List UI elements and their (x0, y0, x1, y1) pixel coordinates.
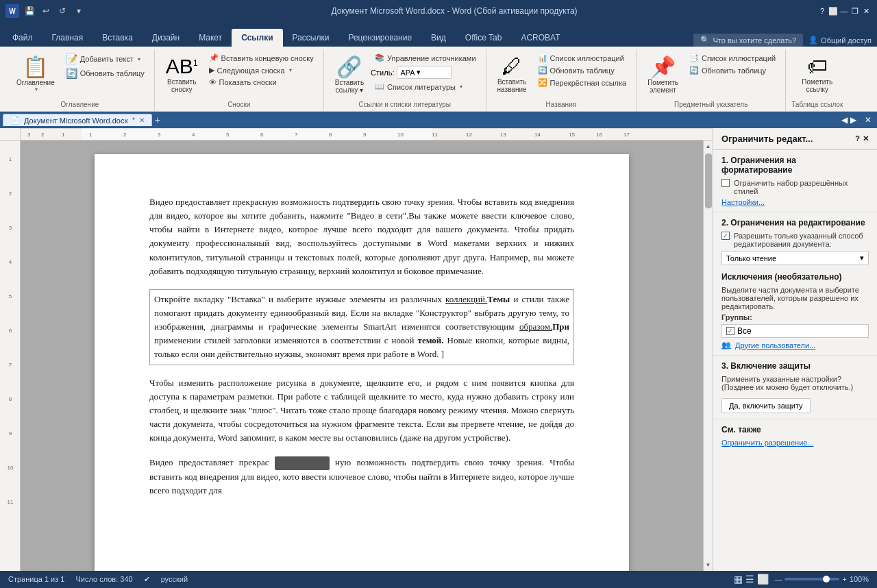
bibliography-icon: 📖 (375, 82, 384, 91)
tab-review[interactable]: Рецензирование (338, 29, 421, 47)
close-tab-button[interactable]: ✕ (139, 117, 145, 124)
svg-text:10: 10 (397, 132, 404, 138)
add-text-button[interactable]: 📝 Добавить текст ▾ (62, 52, 149, 66)
tab-design[interactable]: Дизайн (143, 29, 189, 47)
add-text-icon: 📝 (66, 53, 77, 64)
redo-button[interactable]: ↺ (55, 4, 70, 18)
editing-checkbox-label: Разрешить только указанный способ редакт… (734, 232, 869, 248)
update-index-button[interactable]: 🔄 Обновить таблицу (685, 64, 780, 76)
update-fig-table-button[interactable]: 🔄 Обновить таблицу (534, 64, 631, 76)
zoom-out-button[interactable]: — (774, 575, 782, 583)
language: русский (161, 575, 188, 583)
panel-help-button[interactable]: ? (855, 134, 860, 143)
list-illust-button[interactable]: 📊 Список иллюстраций (534, 52, 631, 64)
zoom-slider[interactable] (785, 578, 839, 580)
close-doc-button[interactable]: ✕ (865, 115, 872, 125)
web-view-button[interactable]: ☰ (745, 574, 754, 585)
style-dropdown[interactable]: APA ▾ (397, 66, 452, 79)
update-table-button[interactable]: 🔄 Обновить таблицу (62, 66, 149, 80)
customize-qat-button[interactable]: ▾ (71, 4, 86, 18)
tab-acrobat[interactable]: ACROBAT (511, 29, 569, 47)
ribbon-display-button[interactable]: ⬜ (828, 5, 839, 16)
svg-text:9: 9 (9, 430, 12, 437)
print-view-button[interactable]: ▦ (734, 574, 743, 585)
ribbon-group-toc: 📋 Оглавление ▾ 📝 Добавить текст ▾ 🔄 Обно… (5, 49, 155, 111)
groups-input-row: Все (721, 324, 869, 338)
search-box[interactable]: 🔍 Что вы хотите сделать? (693, 34, 803, 47)
settings-link[interactable]: Настройки... (721, 198, 869, 206)
tab-office-tab[interactable]: Office Tab (456, 29, 512, 47)
formatting-restrictions-section: 1. Ограничения на форматирование Огранич… (713, 150, 877, 212)
mark-entry-big-button[interactable]: 📌 Пометитьэлемент (642, 52, 684, 97)
next-footnote-button[interactable]: ▶ Следующая сноска ▾ (205, 64, 318, 76)
tab-layout[interactable]: Макет (189, 29, 232, 47)
tab-mailings[interactable]: Рассылки (283, 29, 339, 47)
svg-text:2: 2 (123, 132, 127, 138)
section3-title: 3. Включение защиты (721, 361, 869, 371)
ribbon: Файл Главная Вставка Дизайн Макет Ссылки… (0, 22, 877, 112)
page-area[interactable]: Видео предоставляет прекрасную возможнос… (21, 140, 703, 571)
help-button[interactable]: ? (817, 5, 828, 16)
share-button[interactable]: 👤 Общий доступ (808, 36, 872, 45)
scroll-up-button[interactable]: ▲ (706, 143, 711, 149)
save-button[interactable]: 💾 (22, 4, 37, 18)
restore-button[interactable]: ❐ (850, 5, 861, 16)
paragraph-4: Видео предоставляет прекрас ную возможно… (149, 456, 574, 498)
tab-view[interactable]: Вид (421, 29, 456, 47)
svg-text:6: 6 (260, 132, 264, 138)
insert-endnote-button[interactable]: 📌 Вставить концевую сноску (205, 52, 318, 64)
editing-checkbox[interactable] (721, 232, 730, 240)
close-button[interactable]: ✕ (861, 5, 872, 16)
all-checkbox[interactable] (726, 327, 734, 335)
tab-insert[interactable]: Вставка (92, 29, 143, 47)
formatting-checkbox[interactable] (721, 179, 730, 187)
insert-caption-big-button[interactable]: 🖊 Вставитьназвание (492, 52, 532, 96)
minimize-button[interactable]: — (839, 5, 850, 16)
insert-footnote-big-button[interactable]: AB1 Вставитьсноску (160, 52, 203, 96)
document-tab[interactable]: 📄 Документ Microsoft Word.docx * ✕ (3, 114, 152, 126)
cross-ref-button[interactable]: 🔀 Перекрёстная ссылка (534, 77, 631, 88)
panel-close-button[interactable]: ✕ (863, 134, 869, 143)
tab-scroll-right[interactable]: ▶ (850, 115, 856, 125)
status-bar: Страница 1 из 1 Число слов: 340 ✔ русски… (0, 571, 877, 587)
zoom-in-button[interactable]: + (842, 575, 846, 583)
restrict-permission-link[interactable]: Ограничить разрешение... (721, 439, 869, 447)
show-notes-button[interactable]: 👁 Показать сноски (205, 77, 318, 88)
insert-citation-big-button[interactable]: 🔗 Вставитьссылку ▾ (330, 52, 369, 97)
undo-button[interactable]: ↩ (38, 4, 53, 18)
toc-button[interactable]: 📋 Оглавление ▾ (11, 52, 60, 95)
bibliography-button[interactable]: 📖 Список литературы ▾ (371, 81, 480, 93)
scrollbar-thumb[interactable] (705, 154, 712, 208)
zoom-level: 100% (850, 575, 869, 583)
vertical-scrollbar[interactable]: ▲ ▼ (703, 140, 713, 571)
doc-tab-icon: 📄 (10, 116, 20, 125)
tab-references[interactable]: Ссылки (232, 29, 282, 47)
new-tab-button[interactable]: + (155, 114, 160, 125)
svg-text:1: 1 (9, 156, 12, 162)
reading-view-button[interactable]: ⬜ (757, 574, 769, 585)
svg-text:5: 5 (226, 132, 230, 138)
footnotes-group-label: Сноски (227, 99, 250, 111)
editing-type-dropdown[interactable]: Только чтение ▾ (721, 251, 869, 265)
zoom-thumb (823, 576, 830, 583)
tab-scroll-left[interactable]: ◀ (841, 115, 848, 125)
svg-text:7: 7 (9, 362, 12, 368)
proofing-icon: ✔ (144, 575, 150, 584)
mark-citation-big-button[interactable]: 🏷 Пометитьссылку (796, 52, 838, 96)
svg-text:12: 12 (466, 132, 472, 138)
insert-index-button[interactable]: 📑 Список иллюстраций (685, 52, 780, 64)
tab-home[interactable]: Главная (42, 29, 93, 47)
word-count: Число слов: 340 (75, 575, 132, 583)
scroll-down-button[interactable]: ▼ (706, 562, 711, 568)
show-notes-icon: 👁 (209, 78, 217, 86)
manage-sources-button[interactable]: 📚 Управление источниками (371, 52, 480, 64)
section2-title: 2. Ограничения на редактирование (721, 218, 869, 228)
svg-text:11: 11 (432, 132, 438, 138)
other-users-button[interactable]: 👥 Другие пользователи... (721, 341, 869, 350)
tab-file[interactable]: Файл (3, 29, 42, 47)
all-label: Все (737, 326, 752, 336)
svg-text:7: 7 (295, 132, 298, 138)
svg-text:3: 3 (158, 132, 161, 138)
view-buttons: ▦ ☰ ⬜ (734, 574, 769, 585)
enable-protection-button[interactable]: Да, включить защиту (721, 398, 811, 413)
